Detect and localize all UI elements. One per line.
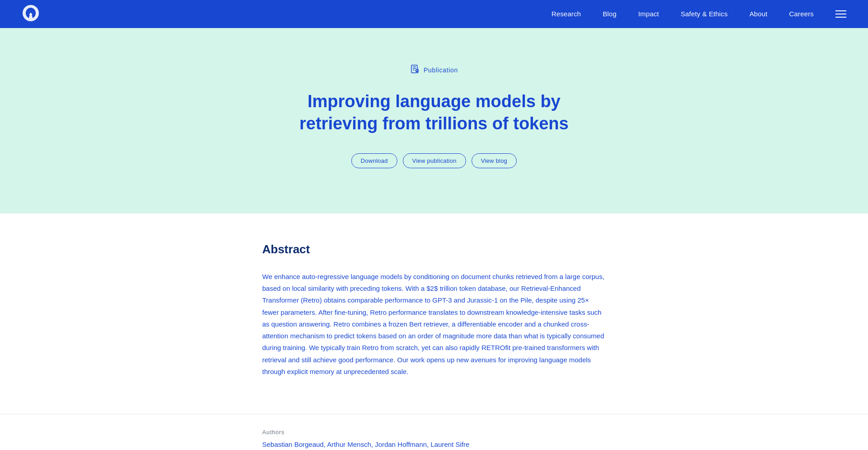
page-title: Improving language models by retrieving … <box>276 90 592 135</box>
publication-badge: Publication <box>410 64 458 76</box>
logo[interactable] <box>22 4 40 24</box>
svg-rect-4 <box>413 68 416 69</box>
abstract-text: We enhance auto-regressive language mode… <box>262 271 606 378</box>
view-publication-button[interactable]: View publication <box>403 153 466 168</box>
menu-hamburger-icon[interactable] <box>835 10 846 18</box>
navigation: Research Blog Impact Safety & Ethics Abo… <box>0 0 868 28</box>
nav-links: Research Blog Impact Safety & Ethics Abo… <box>552 10 814 18</box>
abstract-heading: Abstract <box>262 242 606 256</box>
download-button[interactable]: Download <box>351 153 397 168</box>
nav-item-impact[interactable]: Impact <box>638 10 659 18</box>
authors-label: Authors <box>262 429 606 436</box>
action-buttons: Download View publication View blog <box>351 153 517 168</box>
authors-section: Authors Sebastian Borgeaud, Arthur Mensc… <box>262 414 606 450</box>
svg-rect-5 <box>413 70 415 71</box>
nav-item-safety[interactable]: Safety & Ethics <box>681 10 728 18</box>
publication-icon <box>410 64 420 76</box>
authors-names: Sebastian Borgeaud, Arthur Mensch, Jorda… <box>262 439 606 450</box>
nav-item-about[interactable]: About <box>750 10 768 18</box>
nav-item-research[interactable]: Research <box>552 10 581 18</box>
nav-item-blog[interactable]: Blog <box>603 10 617 18</box>
publication-label: Publication <box>424 66 458 74</box>
svg-rect-3 <box>413 66 416 67</box>
abstract-section: Abstract We enhance auto-regressive lang… <box>262 213 606 414</box>
nav-item-careers[interactable]: Careers <box>789 10 814 18</box>
view-blog-button[interactable]: View blog <box>472 153 517 168</box>
hero-section: Publication Improving language models by… <box>0 28 868 213</box>
